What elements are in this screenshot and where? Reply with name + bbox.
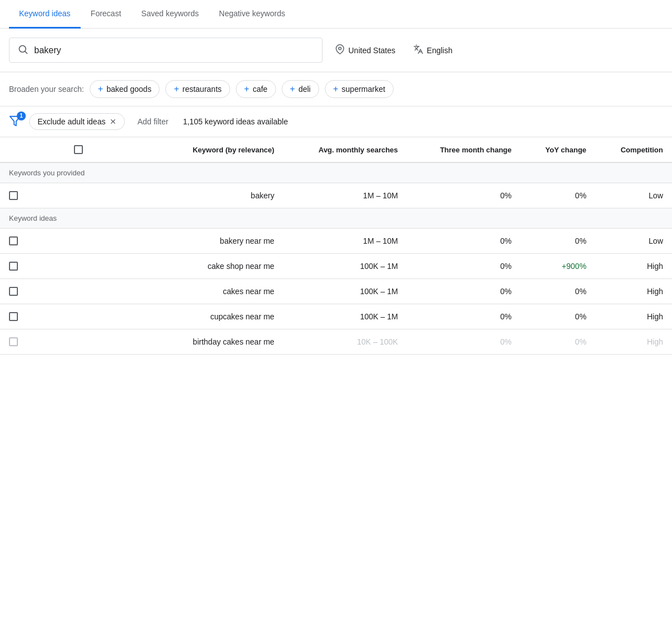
yoy-cell: 0%: [521, 304, 596, 329]
broaden-pill-label: supermarket: [342, 85, 385, 94]
keyword-cell: cupcakes near me: [157, 304, 283, 329]
search-row: United States English: [0, 29, 672, 72]
three-month-header: Three month change: [407, 137, 521, 162]
keyword-cell: bakery near me: [157, 229, 283, 254]
row-checkbox-cell: [0, 183, 157, 208]
plus-icon: +: [333, 84, 338, 94]
competition-cell: High: [595, 279, 672, 304]
keyword-cell: cake shop near me: [157, 254, 283, 279]
yoy-cell: 0%: [521, 329, 596, 355]
row-checkbox[interactable]: [9, 287, 18, 296]
exclude-adult-chip[interactable]: Exclude adult ideas ✕: [29, 113, 125, 130]
section-ideas: Keyword ideas: [0, 208, 672, 229]
broaden-pill-restaurants[interactable]: + restaurants: [165, 80, 230, 98]
avg-monthly-cell: 1M – 10M: [283, 229, 407, 254]
three-month-cell: 0%: [407, 229, 521, 254]
section-title: Keywords you provided: [0, 162, 672, 183]
tab-negative-keywords[interactable]: Negative keywords: [209, 0, 295, 29]
location-icon: [335, 44, 345, 56]
keyword-cell: birthday cakes near me: [157, 329, 283, 355]
row-checkbox-cell: [0, 254, 157, 279]
select-all-checkbox[interactable]: [74, 145, 83, 154]
row-checkbox[interactable]: [9, 337, 18, 346]
table-row: cake shop near me 100K – 1M 0% +900% Hig…: [0, 254, 672, 279]
plus-icon: +: [290, 84, 295, 94]
avg-monthly-cell: 100K – 1M: [283, 279, 407, 304]
keyword-count: 1,105 keyword ideas available: [183, 117, 288, 126]
table-row: cakes near me 100K – 1M 0% 0% High: [0, 279, 672, 304]
competition-cell: High: [595, 304, 672, 329]
close-icon[interactable]: ✕: [110, 117, 116, 126]
table-row: birthday cakes near me 10K – 100K 0% 0% …: [0, 329, 672, 355]
broaden-pill-baked-goods[interactable]: + baked goods: [90, 80, 160, 98]
avg-monthly-cell: 100K – 1M: [283, 304, 407, 329]
broaden-pill-supermarket[interactable]: + supermarket: [325, 80, 394, 98]
tab-saved-keywords[interactable]: Saved keywords: [131, 0, 209, 29]
three-month-cell: 0%: [407, 304, 521, 329]
broaden-pill-label: deli: [298, 85, 311, 94]
language-selector[interactable]: English: [408, 41, 458, 59]
broaden-pill-label: baked goods: [106, 85, 151, 94]
tab-bar: Keyword ideas Forecast Saved keywords Ne…: [0, 0, 672, 29]
competition-cell: High: [595, 329, 672, 355]
avg-monthly-cell: 1M – 10M: [283, 183, 407, 208]
avg-monthly-header: Avg. monthly searches: [283, 137, 407, 162]
filter-row: 1 Exclude adult ideas ✕ Add filter 1,105…: [0, 106, 672, 137]
chip-label: Exclude adult ideas: [38, 117, 105, 126]
plus-icon: +: [98, 84, 103, 94]
row-checkbox[interactable]: [9, 312, 18, 321]
tab-forecast[interactable]: Forecast: [81, 0, 131, 29]
plus-icon: +: [174, 84, 179, 94]
keyword-header: Keyword (by relevance): [157, 137, 283, 162]
competition-cell: Low: [595, 229, 672, 254]
yoy-cell: 0%: [521, 229, 596, 254]
search-icon: [17, 44, 29, 57]
broaden-pill-deli[interactable]: + deli: [282, 80, 319, 98]
svg-point-2: [339, 47, 342, 50]
language-label: English: [427, 46, 452, 55]
row-checkbox-cell: [0, 304, 157, 329]
language-icon: [413, 44, 423, 56]
tab-keyword-ideas[interactable]: Keyword ideas: [9, 0, 81, 29]
competition-cell: High: [595, 254, 672, 279]
table-row: bakery 1M – 10M 0% 0% Low: [0, 183, 672, 208]
row-checkbox-cell: [0, 229, 157, 254]
broaden-pill-label: restaurants: [183, 85, 222, 94]
filter-button[interactable]: 1: [9, 115, 21, 129]
row-checkbox[interactable]: [9, 262, 18, 271]
search-box[interactable]: [9, 38, 323, 63]
select-all-header[interactable]: [0, 137, 157, 162]
keyword-cell: cakes near me: [157, 279, 283, 304]
section-provided: Keywords you provided: [0, 162, 672, 183]
svg-point-0: [19, 45, 26, 52]
yoy-cell: 0%: [521, 183, 596, 208]
three-month-cell: 0%: [407, 254, 521, 279]
section-title: Keyword ideas: [0, 208, 672, 229]
three-month-cell: 0%: [407, 329, 521, 355]
avg-monthly-cell: 10K – 100K: [283, 329, 407, 355]
yoy-cell: 0%: [521, 279, 596, 304]
row-checkbox-cell: [0, 279, 157, 304]
competition-header: Competition: [595, 137, 672, 162]
row-checkbox[interactable]: [9, 191, 18, 200]
broaden-pill-label: cafe: [253, 85, 267, 94]
row-checkbox[interactable]: [9, 236, 18, 245]
broaden-label: Broaden your search:: [9, 85, 84, 94]
keyword-table: Keyword (by relevance) Avg. monthly sear…: [0, 137, 672, 355]
avg-monthly-cell: 100K – 1M: [283, 254, 407, 279]
three-month-cell: 0%: [407, 279, 521, 304]
plus-icon: +: [244, 84, 249, 94]
add-filter-button[interactable]: Add filter: [133, 114, 172, 129]
filter-badge: 1: [17, 111, 26, 120]
location-label: United States: [348, 46, 395, 55]
keyword-cell: bakery: [157, 183, 283, 208]
table-row: bakery near me 1M – 10M 0% 0% Low: [0, 229, 672, 254]
broaden-pill-cafe[interactable]: + cafe: [236, 80, 276, 98]
broaden-row: Broaden your search: + baked goods + res…: [0, 72, 672, 106]
competition-cell: Low: [595, 183, 672, 208]
svg-line-1: [25, 52, 27, 54]
location-selector[interactable]: United States: [329, 41, 401, 59]
row-checkbox-cell: [0, 329, 157, 355]
search-input[interactable]: [34, 45, 314, 55]
yoy-header: YoY change: [521, 137, 596, 162]
